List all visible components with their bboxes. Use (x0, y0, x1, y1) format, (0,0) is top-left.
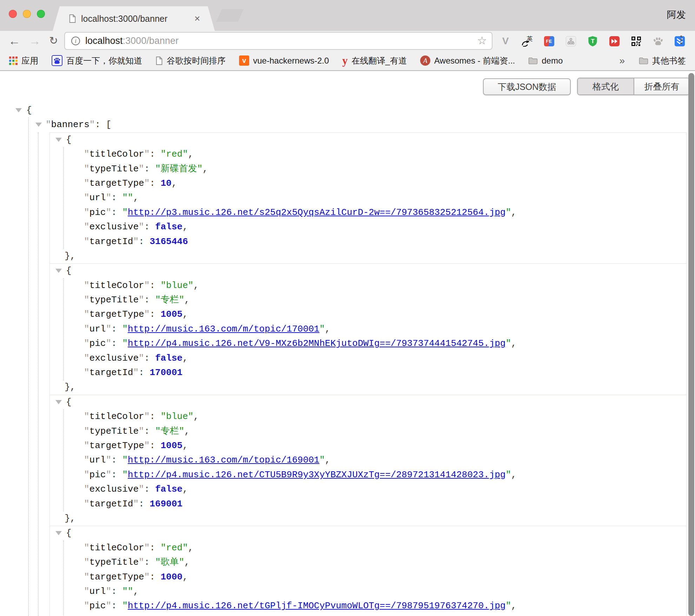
collapse-triangle-icon[interactable] (55, 269, 62, 273)
json-property-line: "pic": "http://p4.music.126.net/CTU5B9R9… (50, 468, 686, 482)
minimize-window-button[interactable] (23, 10, 31, 18)
browser-menu-icon[interactable] (680, 35, 682, 44)
json-brace: { (26, 105, 32, 116)
collapse-triangle-icon[interactable] (15, 108, 22, 112)
json-quote: " (133, 236, 139, 247)
scrollbar-thumb[interactable] (688, 73, 694, 616)
json-quote: " (84, 557, 90, 568)
translate-en-icon[interactable]: 英 (522, 35, 533, 47)
close-window-button[interactable] (9, 10, 17, 18)
other-bookmarks-label: 其他书签 (652, 55, 686, 66)
reload-icon[interactable]: ↻ (49, 33, 58, 48)
json-quote: " (122, 455, 128, 465)
json-property-line: "pic": "http://p4.music.126.net/V9-MXz6b… (50, 336, 686, 351)
browser-toolbar: ← → ↻ i localhost:3000/banner ☆ V英FET (0, 31, 695, 51)
json-property-line: "url": "", (50, 191, 686, 205)
json-property-line: "typeTitle": "歌单", (50, 555, 686, 570)
json-property-line: "url": "http://music.163.com/m/topic/169… (50, 453, 686, 467)
bookmark-item[interactable]: y在线翻译_有道 (342, 55, 407, 66)
json-key: titleColor (90, 280, 144, 291)
json-quote: " (84, 295, 90, 305)
json-punct: , (193, 280, 199, 291)
json-key: pic (90, 470, 106, 480)
collapse-triangle-icon[interactable] (55, 531, 62, 535)
site-info-icon[interactable]: i (71, 37, 80, 45)
json-quote: " (139, 295, 144, 305)
json-quote: " (122, 470, 128, 480)
collapse-triangle-icon[interactable] (55, 138, 62, 142)
json-value-string: "blue" (160, 411, 193, 422)
json-link[interactable]: http://p4.music.126.net/CTU5B9R9y3XyYBZX… (128, 470, 506, 480)
json-quote: " (144, 411, 150, 422)
paw-print-icon[interactable] (652, 35, 663, 47)
json-quote: " (84, 280, 90, 291)
json-punct: , (188, 543, 193, 553)
fe-helper-icon[interactable]: FE (543, 35, 555, 47)
json-property-line: "url": "http://music.163.com/m/topic/170… (50, 322, 686, 336)
blue-download-icon[interactable] (674, 35, 685, 47)
json-quote: " (84, 236, 90, 247)
json-property-line: "exclusive": false, (50, 351, 686, 366)
extension-icons: V英FET (500, 35, 685, 47)
json-link[interactable]: http://p3.music.126.net/s25q2x5QyqsAzilC… (128, 207, 506, 218)
json-key: targetType (90, 440, 144, 451)
json-object: {"titleColor": "blue","typeTitle": "专栏",… (50, 395, 686, 526)
forward-icon[interactable]: → (29, 33, 41, 48)
json-link[interactable]: http://music.163.com/m/topic/169001 (128, 455, 319, 465)
json-quote: " (144, 440, 150, 451)
json-punct: , (183, 353, 188, 363)
json-value-string: "red" (160, 543, 188, 553)
tab-title: localhost:3000/banner (81, 14, 194, 24)
json-punct: : (150, 543, 160, 553)
bookmark-item[interactable]: demo (528, 56, 563, 66)
json-link[interactable]: http://p4.music.126.net/tGPljf-IMOCyPvum… (128, 601, 506, 611)
collapse-triangle-icon[interactable] (35, 123, 42, 127)
json-quote: " (84, 572, 90, 582)
bookmark-item[interactable]: AAwesomes - 前端资... (420, 55, 515, 66)
red-play-icon[interactable] (609, 35, 620, 47)
json-punct: , (184, 557, 190, 568)
awesome-a-icon: A (420, 55, 430, 66)
bookmarks-overflow-chevron-icon[interactable]: » (619, 55, 625, 66)
json-key: banners (51, 119, 90, 130)
url-path: :3000/banner (123, 35, 179, 46)
qr-code-icon[interactable] (630, 35, 642, 47)
zoom-window-button[interactable] (37, 10, 45, 18)
json-quote: " (84, 543, 90, 553)
back-icon[interactable]: ← (8, 33, 20, 48)
bookmark-star-icon[interactable]: ☆ (477, 34, 487, 47)
folder-icon (639, 57, 648, 64)
json-punct: , (325, 324, 331, 334)
gray-sitemap-icon[interactable] (565, 35, 576, 47)
new-tab-button[interactable] (216, 9, 244, 22)
bookmark-item[interactable]: 应用 (9, 55, 38, 66)
json-punct: , (511, 470, 517, 480)
browser-tab[interactable]: localhost:3000/banner × (53, 6, 215, 31)
json-value-string: "歌单" (155, 557, 184, 568)
json-quote: " (122, 207, 128, 218)
json-property-line: "targetId": 169001 (50, 497, 686, 511)
address-bar[interactable]: i localhost:3000/banner ☆ (64, 32, 492, 50)
json-punct: : (139, 499, 150, 509)
json-quote: " (106, 601, 111, 611)
folder-icon (528, 57, 538, 64)
bookmark-other-bookmarks[interactable]: 其他书签 (639, 55, 686, 66)
bookmark-item[interactable]: vvue-hackernews-2.0 (239, 55, 329, 66)
vue-gray-v-icon[interactable]: V (500, 35, 511, 47)
json-quote: " (84, 164, 90, 174)
json-property-line: "targetType": 1005, (50, 307, 686, 322)
json-quote: " (106, 455, 111, 465)
url-host: localhost (85, 35, 123, 46)
json-value-string: "专栏" (155, 295, 184, 305)
json-property-line: "targetType": 1005, (50, 439, 686, 453)
json-brace: { (66, 135, 72, 145)
json-link[interactable]: http://p4.music.126.net/V9-MXz6b2MNhEKju… (128, 338, 506, 349)
json-value-number: 3165446 (150, 236, 188, 247)
green-shield-icon[interactable]: T (587, 35, 598, 47)
bookmark-item[interactable]: 百度一下，你就知道 (52, 55, 142, 66)
bookmark-item[interactable]: 谷歌按时间排序 (155, 55, 226, 66)
json-link[interactable]: http://music.163.com/m/topic/170001 (128, 324, 319, 334)
json-value-string: "blue" (160, 280, 193, 291)
close-tab-icon[interactable]: × (194, 14, 200, 24)
collapse-triangle-icon[interactable] (55, 400, 62, 404)
